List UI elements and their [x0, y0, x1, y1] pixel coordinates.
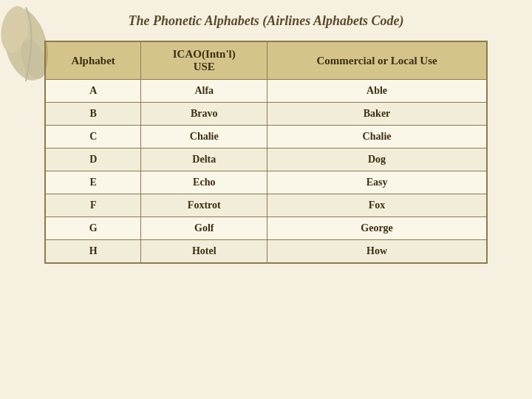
cell-commercial-1: Baker	[267, 103, 487, 126]
cell-alphabet-2: C	[45, 126, 141, 149]
corner-decoration-icon	[0, 0, 52, 89]
page-title: The Phonetic Alphabets (Airlines Alphabe…	[0, 13, 532, 29]
cell-commercial-6: George	[267, 217, 487, 240]
cell-commercial-0: Able	[267, 80, 487, 103]
cell-icao-0: Alfa	[141, 80, 267, 103]
col-commercial-header: Commercial or Local Use	[267, 41, 487, 80]
cell-alphabet-0: A	[45, 80, 141, 103]
col-icao-header: ICAO(Intn'l) USE	[141, 41, 267, 80]
cell-commercial-3: Dog	[267, 149, 487, 171]
cell-commercial-4: Easy	[267, 171, 487, 194]
table-row: DDeltaDog	[45, 149, 487, 171]
cell-alphabet-4: E	[45, 171, 141, 194]
col-icao-line2: USE	[194, 61, 215, 72]
cell-icao-3: Delta	[141, 149, 267, 171]
phonetic-alphabet-table: Alphabet ICAO(Intn'l) USE Commercial or …	[44, 41, 488, 264]
cell-alphabet-5: F	[45, 194, 141, 217]
cell-icao-7: Hotel	[141, 240, 267, 264]
table-row: EEchoEasy	[45, 171, 487, 194]
table-body: AAlfaAbleBBravoBakerCChalieChalieDDeltaD…	[45, 80, 487, 264]
table-row: CChalieChalie	[45, 126, 487, 149]
cell-icao-6: Golf	[141, 217, 267, 240]
cell-icao-2: Chalie	[141, 126, 267, 149]
cell-commercial-7: How	[267, 240, 487, 264]
cell-alphabet-1: B	[45, 103, 141, 126]
cell-alphabet-3: D	[45, 149, 141, 171]
cell-icao-5: Foxtrot	[141, 194, 267, 217]
table-row: AAlfaAble	[45, 80, 487, 103]
cell-alphabet-6: G	[45, 217, 141, 240]
col-icao-line1: ICAO(Intn'l)	[173, 48, 236, 60]
table-row: FFoxtrotFox	[45, 194, 487, 217]
table-header-row: Alphabet ICAO(Intn'l) USE Commercial or …	[45, 41, 487, 80]
cell-icao-4: Echo	[141, 171, 267, 194]
table-wrapper: Alphabet ICAO(Intn'l) USE Commercial or …	[44, 41, 488, 264]
table-row: HHotelHow	[45, 240, 487, 264]
table-row: GGolfGeorge	[45, 217, 487, 240]
cell-icao-1: Bravo	[141, 103, 267, 126]
col-alphabet-header: Alphabet	[45, 41, 141, 80]
cell-commercial-5: Fox	[267, 194, 487, 217]
table-row: BBravoBaker	[45, 103, 487, 126]
cell-alphabet-7: H	[45, 240, 141, 264]
cell-commercial-2: Chalie	[267, 126, 487, 149]
